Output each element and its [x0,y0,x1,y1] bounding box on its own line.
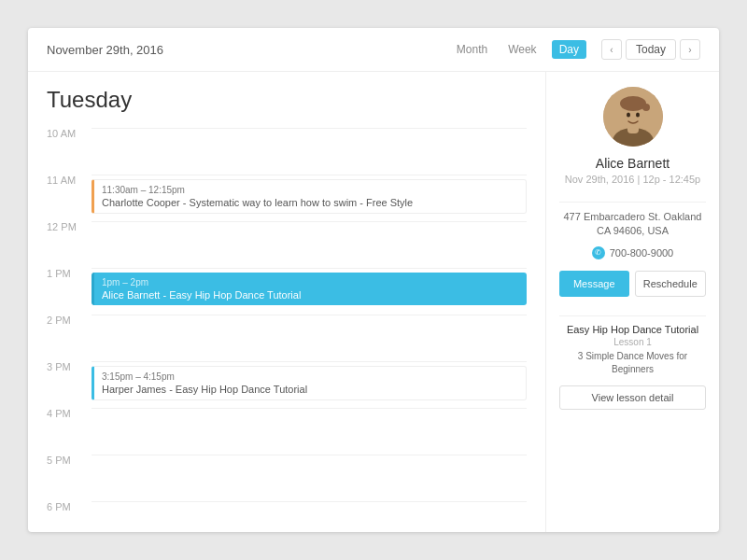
today-button[interactable]: Today [626,39,676,60]
svg-point-5 [642,104,650,111]
time-row: 10 AM [47,128,527,175]
time-row: 5 PM [47,455,527,501]
person-name: Alice Barnett [596,156,669,171]
time-line-area [92,221,527,268]
month-view-button[interactable]: Month [451,40,493,59]
reschedule-button[interactable]: Reschedule [635,271,707,297]
separator [559,202,706,203]
time-line-area [92,408,527,455]
event-time: 1pm – 2pm [102,277,519,287]
time-slots: 10 AM 11 AM 11:30am – 12:15pm Charlotte … [47,128,527,532]
event-title: Alice Barnett - Easy Hip Hop Dance Tutor… [102,289,519,301]
event-block[interactable]: 3:15pm – 4:15pm Harper James - Easy Hip … [92,366,527,400]
nav-controls: ‹ Today › [601,39,700,60]
time-row: 4 PM [47,408,527,455]
separator [559,315,706,316]
day-view-button[interactable]: Day [552,40,586,59]
svg-point-7 [636,113,640,118]
event-block[interactable]: 11:30am – 12:15pm Charlotte Cooper - Sys… [92,179,527,214]
event-block-active[interactable]: 1pm – 2pm Alice Barnett - Easy Hip Hop D… [92,273,527,305]
message-button[interactable]: Message [559,271,629,297]
time-row: 2 PM [47,315,527,361]
calendar-header: November 29th, 2016 Month Week Day ‹ Tod… [28,28,719,72]
time-line-area: 11:30am – 12:15pm Charlotte Cooper - Sys… [92,175,527,221]
view-controls: Month Week Day ‹ Today › [451,39,700,60]
time-line-area [92,128,527,175]
lesson-desc: 3 Simple Dance Moves for Beginners [559,350,706,376]
time-label: 1 PM [47,268,92,279]
header-date: November 29th, 2016 [47,43,451,57]
time-label: 5 PM [47,455,92,466]
time-label: 10 AM [47,128,92,139]
content-area: Tuesday 10 AM 11 AM 11:30am – 12:15pm Ch… [28,72,719,532]
time-row: 11 AM 11:30am – 12:15pm Charlotte Cooper… [47,175,527,221]
sidebar: Alice Barnett Nov 29th, 2016 | 12p - 12:… [546,72,719,532]
view-lesson-detail-button[interactable]: View lesson detail [559,385,706,410]
svg-point-6 [627,113,630,118]
phone-number: 700-800-9000 [610,247,674,259]
time-label: 2 PM [47,315,92,326]
time-line-area [92,501,527,532]
event-time: 3:15pm – 4:15pm [102,371,518,382]
person-phone: ✆ 700-800-9000 [592,246,674,259]
lesson-info: Easy Hip Hop Dance Tutorial Lesson 1 3 S… [559,324,706,410]
week-view-button[interactable]: Week [502,40,542,59]
svg-point-4 [620,96,646,111]
time-label: 3 PM [47,361,92,372]
time-line-area [92,455,527,501]
time-row: 12 PM [47,221,527,268]
calendar-section: Tuesday 10 AM 11 AM 11:30am – 12:15pm Ch… [28,72,546,532]
lesson-num: Lesson 1 [559,337,706,347]
event-time: 11:30am – 12:15pm [102,185,518,195]
time-line-area [92,315,527,361]
time-row: 3 PM 3:15pm – 4:15pm Harper James - Easy… [47,361,527,408]
prev-arrow[interactable]: ‹ [601,39,622,60]
phone-icon: ✆ [592,246,605,259]
person-time: Nov 29th, 2016 | 12p - 12:45p [565,174,700,185]
time-label: 4 PM [47,408,92,419]
time-label: 11 AM [47,175,92,186]
time-label: 12 PM [47,221,92,232]
action-buttons: Message Reschedule [559,271,706,297]
lesson-title: Easy Hip Hop Dance Tutorial [559,324,706,335]
main-card: November 29th, 2016 Month Week Day ‹ Tod… [28,28,719,532]
next-arrow[interactable]: › [680,39,700,60]
event-title: Harper James - Easy Hip Hop Dance Tutori… [102,384,518,395]
time-line-area: 3:15pm – 4:15pm Harper James - Easy Hip … [92,361,527,408]
person-address: 477 Embarcadero St. Oakland CA 94606, US… [559,210,706,239]
avatar [603,87,663,147]
event-title: Charlotte Cooper - Systematic way to lea… [102,197,518,208]
day-title: Tuesday [47,87,527,113]
time-row: 6 PM [47,501,527,532]
time-row: 1 PM 1pm – 2pm Alice Barnett - Easy Hip … [47,268,527,315]
time-line-area: 1pm – 2pm Alice Barnett - Easy Hip Hop D… [92,268,527,315]
time-label: 6 PM [47,501,92,512]
